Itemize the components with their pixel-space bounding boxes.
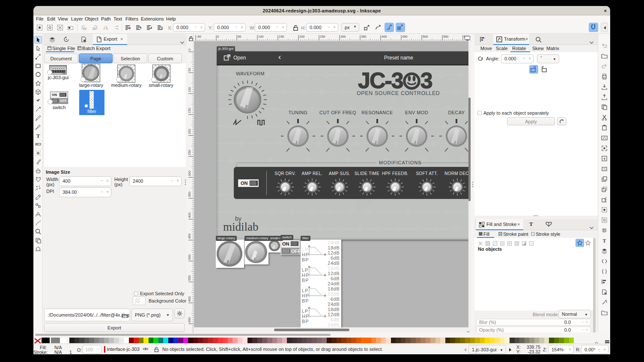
- svg-text:250: 250: [188, 150, 191, 155]
- svg-text:0: 0: [217, 35, 219, 39]
- svg-text:200: 200: [188, 129, 191, 134]
- svg-text:450: 450: [402, 35, 408, 39]
- svg-text:350: 350: [361, 35, 367, 39]
- svg-text:300: 300: [340, 35, 346, 39]
- svg-text:50: 50: [238, 35, 241, 39]
- svg-text:400: 400: [188, 213, 191, 218]
- svg-text:350: 350: [188, 192, 191, 197]
- svg-text:100: 100: [258, 35, 264, 39]
- svg-text:450: 450: [188, 234, 191, 239]
- svg-text:300: 300: [188, 171, 191, 176]
- svg-text:?: ?: [531, 242, 533, 246]
- svg-text:500: 500: [423, 35, 428, 39]
- svg-text:100: 100: [188, 87, 191, 92]
- svg-text:50: 50: [188, 68, 191, 71]
- svg-text:150: 150: [188, 108, 191, 113]
- svg-text:0: 0: [188, 49, 191, 50]
- svg-text:T: T: [602, 238, 606, 244]
- svg-text:400: 400: [382, 35, 387, 39]
- svg-text:200: 200: [299, 35, 305, 39]
- svg-text:650: 650: [188, 317, 191, 323]
- svg-text:-50: -50: [197, 35, 201, 39]
- svg-text:150: 150: [279, 35, 284, 39]
- svg-text:550: 550: [443, 35, 449, 39]
- svg-text:T: T: [36, 133, 40, 139]
- svg-text:500: 500: [188, 254, 191, 260]
- svg-text:250: 250: [320, 35, 325, 39]
- svg-text:600: 600: [188, 296, 191, 302]
- svg-text:550: 550: [188, 275, 191, 281]
